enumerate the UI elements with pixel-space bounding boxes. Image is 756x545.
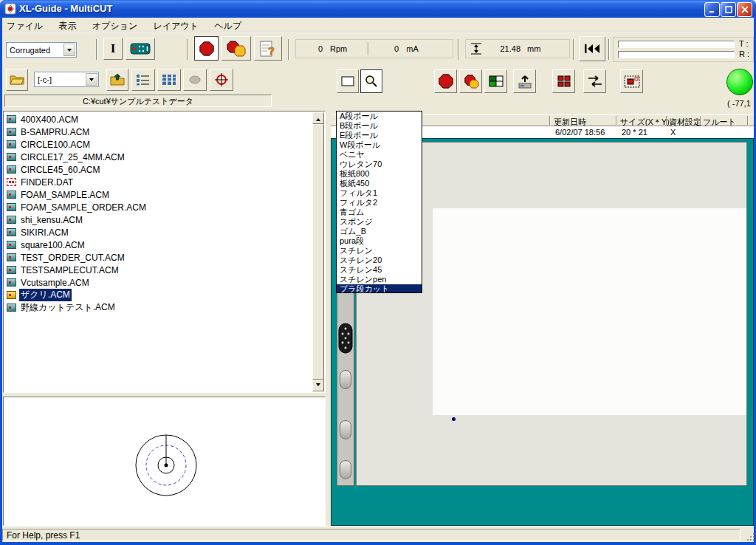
- up-folder-button[interactable]: [106, 69, 128, 91]
- multi-copy-button[interactable]: [552, 69, 575, 93]
- sheet-preview[interactable]: [433, 208, 746, 415]
- material-dropdown-item[interactable]: スポンジ: [337, 217, 422, 227]
- scroll-up-button[interactable]: [312, 112, 324, 124]
- file-name: TESTSAMPLECUT.ACM: [19, 265, 120, 275]
- status-message: For Help, press F1: [2, 529, 740, 541]
- material-dropdown-item[interactable]: フィルタ2: [337, 198, 422, 208]
- file-row[interactable]: CIRCLE45_60.ACM: [5, 163, 312, 176]
- material-dropdown-item[interactable]: ウレタン70: [337, 160, 422, 169]
- menu-help[interactable]: ヘルプ: [207, 18, 248, 32]
- file-name: B-SAMPRU.ACM: [19, 127, 91, 137]
- stop-layer-button[interactable]: [434, 69, 457, 93]
- sheet-view-button[interactable]: [337, 69, 359, 93]
- file-row[interactable]: FINDER.DAT: [5, 176, 312, 188]
- file-list-scrollbar[interactable]: [312, 112, 324, 391]
- material-dropdown-item[interactable]: スチレン: [337, 246, 422, 256]
- material-dropdown-item[interactable]: ベニヤ: [337, 150, 422, 160]
- material-dropdown-item[interactable]: pura段: [337, 236, 422, 246]
- file-row[interactable]: square100.ACM: [5, 239, 312, 251]
- stock-type-value: Corrugated: [10, 46, 50, 55]
- material-dropdown-item[interactable]: スチレン45: [337, 265, 422, 275]
- detail-view-button[interactable]: [157, 69, 181, 91]
- file-type-icon: [7, 216, 16, 224]
- maximize-button[interactable]: [721, 2, 736, 17]
- scroll-down-button[interactable]: [312, 380, 324, 391]
- file-row[interactable]: SIKIRI.ACM: [5, 226, 312, 239]
- material-dropdown-item[interactable]: A段ボール: [337, 112, 422, 121]
- file-row[interactable]: Vcutsample.ACM: [5, 276, 312, 289]
- scroll-thumb[interactable]: [312, 124, 324, 380]
- toolbar-separator: [573, 39, 574, 60]
- cut-shapes-button[interactable]: [221, 36, 251, 61]
- swap-direction-button[interactable]: [583, 69, 606, 93]
- file-row[interactable]: FOAM_SAMPLE.ACM: [5, 188, 312, 201]
- file-type-icon: [7, 178, 16, 186]
- file-row[interactable]: shi_kensu.ACM: [5, 213, 312, 226]
- text-cursor-icon: I: [111, 41, 116, 56]
- toolbar-separator: [288, 39, 289, 60]
- cut-shapes-icon: [226, 40, 247, 58]
- file-name: FOAM_SAMPLE.ACM: [19, 190, 111, 200]
- menu-layout[interactable]: レイアウト: [147, 18, 205, 32]
- menu-view[interactable]: 表示: [52, 18, 83, 32]
- file-row[interactable]: B-SAMPRU.ACM: [5, 126, 312, 138]
- minimize-button[interactable]: [704, 2, 720, 17]
- material-dropdown-item[interactable]: E段ボール: [337, 131, 422, 140]
- panel-splitter[interactable]: [326, 65, 331, 526]
- material-dropdown-item[interactable]: ゴム_B: [337, 227, 422, 236]
- job-material: X: [670, 128, 676, 137]
- swap-arrows-icon: [588, 75, 602, 87]
- material-dropdown-item[interactable]: スチレンpen: [337, 275, 422, 284]
- text-cursor-button[interactable]: I: [103, 38, 123, 60]
- stock-type-combo[interactable]: Corrugated: [6, 42, 77, 58]
- material-dropdown-item[interactable]: 板紙800: [337, 169, 422, 179]
- material-dropdown-item[interactable]: プラ段カット: [337, 284, 422, 293]
- control-pad-button[interactable]: [126, 38, 155, 60]
- menu-options[interactable]: オプション: [86, 18, 144, 32]
- rewind-button[interactable]: [579, 36, 605, 61]
- rewind-icon: [584, 44, 600, 54]
- file-row[interactable]: CIRCLE17_25_4MM.ACM: [5, 151, 312, 163]
- material-dropdown-item[interactable]: 青ゴム: [337, 208, 422, 217]
- quadrant-view-button[interactable]: [484, 69, 507, 93]
- file-row[interactable]: ザクリ.ACM: [5, 289, 312, 301]
- status-bar: For Help, press F1: [0, 526, 756, 542]
- t-label: T :: [739, 39, 749, 48]
- material-dropdown-item[interactable]: フィルタ1: [337, 188, 422, 198]
- file-row[interactable]: 野線カットテスト.ACM: [5, 301, 312, 314]
- file-type-icon: [7, 266, 16, 274]
- list-view-button[interactable]: [131, 69, 155, 91]
- zoom-button[interactable]: [360, 69, 382, 93]
- layer-shapes-button[interactable]: [459, 69, 482, 93]
- combo-arrow-icon[interactable]: [63, 44, 75, 56]
- file-row[interactable]: 400X400.ACM: [5, 113, 312, 126]
- open-folder-button[interactable]: [6, 69, 28, 91]
- file-name: SIKIRI.ACM: [19, 227, 70, 238]
- combo-arrow-icon[interactable]: [86, 73, 97, 86]
- material-dropdown-item[interactable]: スチレン20: [337, 256, 422, 265]
- file-name: FINDER.DAT: [19, 177, 75, 188]
- frame-copy-button[interactable]: [620, 69, 643, 93]
- file-name: CIRCLE100.ACM: [19, 140, 92, 150]
- file-row[interactable]: CIRCLE100.ACM: [5, 138, 312, 151]
- material-dropdown-item[interactable]: B段ボール: [337, 121, 422, 131]
- file-type-icon: [7, 203, 16, 211]
- help-button[interactable]: ?: [254, 36, 282, 61]
- close-button[interactable]: [737, 2, 752, 17]
- drive-combo[interactable]: [-c-]: [34, 72, 99, 87]
- current-label: mA: [406, 44, 419, 53]
- send-to-machine-button[interactable]: [513, 69, 536, 93]
- stop-octagon-icon: [438, 73, 454, 89]
- file-row[interactable]: FOAM_SAMPLE_ORDER.ACM: [5, 201, 312, 213]
- menu-file[interactable]: ファイル: [0, 18, 49, 32]
- material-dropdown-item[interactable]: 板紙450: [337, 179, 422, 188]
- magnifier-icon: [365, 75, 378, 88]
- file-row[interactable]: TEST_ORDER_CUT.ACM: [5, 251, 312, 264]
- open-folder-icon: [10, 74, 24, 86]
- plot-origin-button[interactable]: [210, 69, 233, 91]
- material-dropdown-item[interactable]: W段ボール: [337, 140, 422, 150]
- file-row[interactable]: TESTSAMPLECUT.ACM: [5, 264, 312, 276]
- rail-button: [340, 460, 351, 479]
- origin-point: [452, 417, 456, 421]
- stop-mark-button[interactable]: [194, 36, 219, 61]
